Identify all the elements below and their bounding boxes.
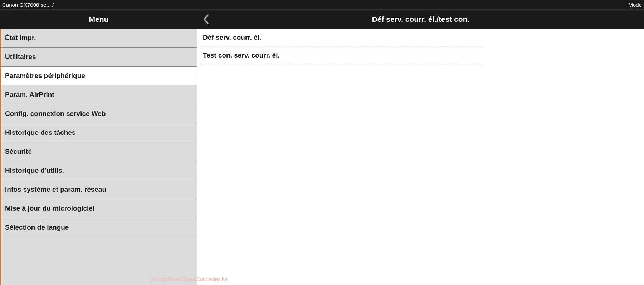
sidebar-item-job-history[interactable]: Historique des tâches — [1, 123, 197, 142]
sidebar: État impr. Utilitaires Paramètres périph… — [0, 29, 197, 285]
sidebar-item-web-service[interactable]: Config. connexion service Web — [1, 104, 197, 123]
sidebar-item-language[interactable]: Sélection de langue — [1, 218, 197, 237]
content-header: Déf serv. courr. él./test con. — [197, 10, 644, 29]
header-row: Menu Déf serv. courr. él./test con. — [0, 9, 644, 29]
chevron-left-icon — [203, 14, 209, 24]
sidebar-item-firmware-update[interactable]: Mise à jour du micrologiciel — [1, 199, 197, 218]
watermark: (c) http://www.ObjetsConnectes.be — [150, 276, 228, 282]
menu-header: Menu — [0, 10, 197, 29]
body-row: État impr. Utilitaires Paramètres périph… — [0, 29, 644, 285]
sidebar-item-printer-status[interactable]: État impr. — [1, 29, 197, 48]
mode-link[interactable]: Mode — [628, 2, 642, 8]
back-button[interactable] — [197, 14, 215, 24]
breadcrumb[interactable]: Canon GX7000 se... / — [2, 2, 54, 8]
sidebar-item-system-info[interactable]: Infos système et param. réseau — [1, 180, 197, 199]
content-item-mail-server-test[interactable]: Test con. serv. courr. él. — [202, 46, 484, 64]
sidebar-item-utilities[interactable]: Utilitaires — [1, 48, 197, 67]
sidebar-item-device-settings[interactable]: Paramètres périphérique — [1, 67, 197, 85]
content-area: Déf serv. courr. él. Test con. serv. cou… — [197, 29, 644, 285]
page-title: Déf serv. courr. él./test con. — [215, 15, 644, 24]
sidebar-item-airprint[interactable]: Param. AirPrint — [1, 85, 197, 104]
topbar: Canon GX7000 se... / Mode — [0, 0, 644, 9]
content-list: Déf serv. courr. él. Test con. serv. cou… — [197, 29, 484, 64]
sidebar-item-security[interactable]: Sécurité — [1, 142, 197, 161]
sidebar-item-usage-history[interactable]: Historique d'utilis. — [1, 161, 197, 180]
content-item-mail-server-settings[interactable]: Déf serv. courr. él. — [202, 29, 484, 46]
